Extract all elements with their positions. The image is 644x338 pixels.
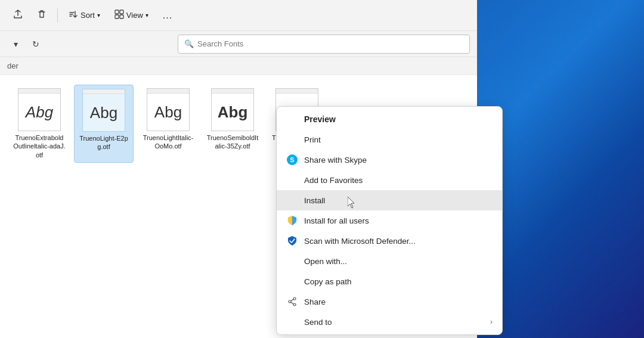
font-icon-1: Abg — [18, 88, 61, 131]
svg-rect-0 — [115, 10, 119, 14]
menu-item-install-all[interactable]: Install for all users — [277, 210, 502, 231]
font-label-2: TruenoLight-E2pg.otf — [78, 134, 129, 151]
font-label-1: TruenoExtraboldOutlineltalic-adaJ.otf — [13, 134, 66, 159]
share-label: Share — [304, 297, 326, 306]
font-item-4[interactable]: AbgTruenoSemiboldItalic-35Zy.otf — [203, 85, 262, 163]
send-to-label: Send to — [304, 318, 332, 327]
font-preview-2: Abg — [90, 104, 117, 122]
toolbar: Sort ▾ View ▾ ... — [0, 0, 477, 31]
delete-button[interactable] — [31, 7, 52, 24]
trash-icon — [37, 10, 47, 21]
chevron-down-icon: ▾ — [14, 39, 18, 49]
menu-item-share-skype[interactable]: S Share with Skype — [277, 150, 502, 170]
context-menu: PreviewPrint S Share with SkypeAdd to Fa… — [276, 106, 503, 335]
refresh-button[interactable]: ↻ — [27, 36, 44, 52]
view-label: View — [126, 11, 143, 20]
view-chevron: ▾ — [145, 12, 148, 18]
share-icon — [13, 10, 23, 21]
share-icon — [286, 296, 298, 308]
font-icon-2: Abg — [82, 89, 125, 132]
defender-icon — [286, 235, 298, 247]
arrow-icon: › — [490, 318, 493, 326]
font-preview-3: Abg — [154, 103, 182, 122]
install-all-icon — [286, 215, 298, 227]
share-button[interactable] — [7, 7, 29, 24]
share-skype-label: Share with Skype — [304, 156, 367, 165]
font-item-1[interactable]: AbgTruenoExtraboldOutlineltalic-adaJ.otf — [10, 85, 69, 163]
send-to-icon — [286, 316, 298, 328]
print-label: Print — [304, 135, 321, 144]
font-label-3: TruenoLightItalic-OoMo.otf — [142, 134, 194, 151]
font-icon-4: Abg — [211, 88, 254, 131]
font-item-2[interactable]: AbgTruenoLight-E2pg.otf — [74, 85, 134, 163]
add-favorites-icon — [286, 174, 298, 186]
menu-item-share[interactable]: Share — [277, 292, 502, 312]
menu-item-open-with[interactable]: Open with... — [277, 251, 502, 271]
separator1 — [57, 8, 58, 23]
svg-point-6 — [293, 297, 296, 300]
share-skype-icon: S — [286, 154, 298, 166]
address-bar: ▾ ↻ 🔍 — [0, 31, 477, 57]
menu-item-add-favorites[interactable]: Add to Favorites — [277, 170, 502, 190]
font-preview-1: Abg — [26, 103, 53, 122]
menu-item-install[interactable]: Install — [277, 190, 502, 210]
sort-button[interactable]: Sort ▾ — [63, 7, 106, 24]
copy-path-label: Copy as path — [304, 277, 352, 286]
defender-label: Scan with Microsoft Defender... — [304, 237, 416, 246]
svg-point-8 — [289, 300, 291, 303]
svg-rect-3 — [120, 15, 123, 18]
menu-item-preview[interactable]: Preview — [277, 109, 502, 129]
open-with-icon — [286, 255, 298, 267]
search-box: 🔍 — [178, 35, 470, 54]
svg-rect-2 — [115, 15, 119, 18]
menu-item-defender[interactable]: Scan with Microsoft Defender... — [277, 231, 502, 251]
print-icon — [286, 134, 298, 145]
svg-rect-1 — [120, 10, 123, 14]
install-icon — [286, 194, 298, 206]
search-input[interactable] — [197, 39, 463, 48]
install-all-label: Install for all users — [304, 216, 369, 225]
breadcrumb: der — [0, 57, 477, 75]
open-with-label: Open with... — [304, 257, 347, 266]
copy-path-icon — [286, 275, 298, 287]
view-button[interactable]: View ▾ — [109, 7, 154, 24]
search-icon: 🔍 — [184, 39, 194, 48]
font-item-3[interactable]: AbgTruenoLightItalic-OoMo.otf — [138, 85, 198, 163]
add-favorites-label: Add to Favorites — [304, 176, 363, 185]
font-icon-3: Abg — [147, 88, 190, 131]
sort-icon — [69, 10, 78, 21]
menu-item-print[interactable]: Print — [277, 129, 502, 150]
more-button[interactable]: ... — [157, 7, 178, 24]
menu-item-send-to[interactable]: Send to› — [277, 312, 502, 332]
breadcrumb-text: der — [7, 61, 18, 70]
sort-label: Sort — [80, 11, 95, 20]
menu-item-copy-path[interactable]: Copy as path — [277, 271, 502, 292]
sort-chevron: ▾ — [97, 12, 100, 18]
view-icon — [114, 10, 124, 21]
font-label-4: TruenoSemiboldItalic-35Zy.otf — [206, 134, 259, 151]
preview-label: Preview — [304, 114, 336, 124]
dropdown-button[interactable]: ▾ — [7, 36, 24, 52]
install-label: Install — [304, 196, 325, 205]
svg-text:S: S — [290, 156, 294, 163]
svg-point-7 — [293, 303, 296, 306]
preview-icon — [286, 113, 298, 125]
font-preview-4: Abg — [218, 103, 248, 122]
refresh-icon: ↻ — [32, 39, 39, 49]
more-label: ... — [163, 10, 172, 21]
